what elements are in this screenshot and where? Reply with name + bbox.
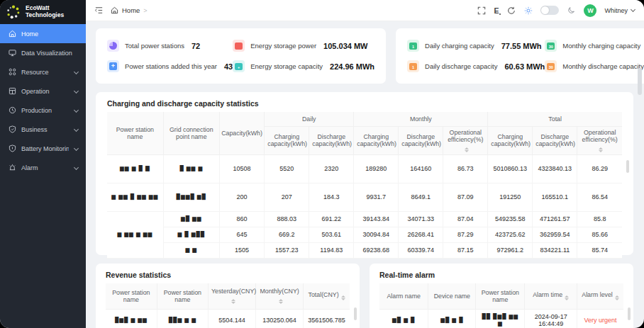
stat-label: Daily discharge capacity	[425, 62, 497, 70]
sort-icon[interactable]	[279, 299, 283, 304]
capacity-statistics-card: Charging and discharge capacity statisti…	[96, 92, 633, 255]
sort-icon[interactable]	[615, 295, 619, 300]
user-menu[interactable]: Whitney	[604, 7, 635, 14]
sidebar-item-label: Business	[21, 126, 69, 133]
page-scrollbar-thumb[interactable]	[638, 68, 642, 95]
stat-value: 43	[224, 62, 233, 71]
alarm-table-title: Real-time alarm	[379, 271, 623, 279]
cell: 87.15	[443, 242, 488, 258]
sidebar: EcoWattTechnologies Home Data Visualizat…	[0, 0, 86, 328]
home-icon	[111, 6, 118, 14]
cell: 691.22	[309, 211, 354, 227]
col-power-station-name-1: Power station name	[106, 283, 157, 309]
sidebar-item-resource[interactable]: Resource	[0, 62, 86, 81]
battery-capacity-icon: +	[233, 60, 245, 72]
cell: 2320	[309, 154, 354, 183]
cell-station-name: ██ █▆█ ▆▆ ▆	[476, 309, 525, 328]
cell-grid-point: █ ▆▆ ▆	[163, 154, 219, 183]
col-total-charging: Charging capacity(kWh)	[488, 126, 533, 154]
table-row: ▆█ ▆ █ ▆█ ▆ █ ██ █▆█ ▆▆ ▆ 2024-09-17 16:…	[379, 309, 623, 328]
col-device-name: Device name	[428, 283, 476, 309]
col-capacity: Capacity(kWh)	[219, 112, 264, 154]
cell: 1557.23	[265, 242, 309, 258]
stat-label: Energy storage power	[250, 42, 316, 50]
cell-station-name: ██▆ ▆ ▆	[157, 309, 208, 328]
sidebar-item-data-visualization[interactable]: Data Visualization	[0, 43, 86, 62]
shield-check-icon	[9, 145, 16, 152]
breadcrumb-home: Home	[122, 6, 140, 14]
revenue-statistics-card: Revenue statistics Power station name Po…	[96, 264, 360, 328]
cell: 834221.11	[533, 242, 577, 258]
col-total-discharge: Discharge capacity(kWh)	[533, 126, 577, 154]
avatar[interactable]: W	[584, 4, 596, 17]
top-header: Home > E W Whitney	[86, 0, 644, 21]
cell: 87.29	[443, 227, 488, 242]
cell: 26268.41	[399, 227, 443, 242]
shield-icon	[9, 125, 16, 133]
col-total-efficiency: Operational efficiency(%)	[577, 126, 622, 154]
col-label: Total(CNY)	[309, 291, 339, 298]
cell: 503.61	[309, 227, 354, 242]
table-row: ▆ ▆▆ ▆ ▆▆ ▆█ ▆▆ 860 888.03 691.22 39143.…	[107, 211, 622, 227]
chevron-down-icon	[74, 146, 79, 151]
sidebar-item-production[interactable]: Production	[0, 101, 86, 120]
cell: 200	[219, 183, 264, 211]
table-scrollbar[interactable]	[628, 307, 631, 320]
language-switch[interactable]: E	[494, 6, 499, 15]
table-scrollbar[interactable]	[354, 307, 357, 320]
home-icon	[9, 30, 16, 38]
cell: 191250	[488, 183, 533, 211]
theme-toggle[interactable]	[540, 6, 559, 15]
fullscreen-icon[interactable]	[477, 6, 486, 15]
sidebar-item-label: Operation	[21, 88, 69, 95]
sort-icon[interactable]	[465, 147, 469, 152]
sort-icon[interactable]	[599, 147, 603, 152]
sort-icon[interactable]	[231, 299, 235, 304]
col-monthly-charging: Charging capacity(kWh)	[354, 126, 399, 154]
cell: 184.3	[309, 183, 354, 211]
col-grid-connection-point: Grid connection point name	[163, 112, 219, 154]
add-station-icon	[107, 60, 119, 72]
sidebar-item-alarm[interactable]: Alarm	[0, 158, 86, 177]
battery-power-icon	[233, 40, 245, 52]
cell-alarm-time: 2024-09-17 16:44:49	[525, 309, 577, 328]
refresh-icon[interactable]	[506, 6, 516, 15]
sidebar-item-label: Battery Monitoring	[21, 145, 69, 152]
chevron-down-icon	[74, 108, 79, 113]
sidebar-item-label: Home	[21, 30, 79, 38]
stat-label: Monthly discharge capacity	[562, 62, 644, 70]
col-power-station-name: Power station name	[476, 283, 525, 309]
sidebar-item-battery-monitoring[interactable]: Battery Monitoring	[0, 139, 86, 158]
cell-station-name: ▆ ▆▆ ▆ ▆▆	[107, 211, 163, 258]
header-actions: E W Whitney	[477, 4, 635, 17]
cell-grid-point: ▆ █ ▆██	[163, 227, 219, 242]
cell: 423725.62	[488, 227, 533, 242]
table-scrollbar[interactable]	[626, 160, 629, 173]
col-label: Alarm level	[582, 291, 613, 298]
sidebar-collapse-icon[interactable]	[94, 6, 104, 15]
cell: 4323840.13	[533, 154, 577, 183]
station-stats-card: Total power stations 72 Energy storage p…	[96, 28, 386, 84]
stat-monthly-charging: 30 Monthly charging capacity 3.55 GWh	[545, 40, 644, 52]
cell: 860	[219, 211, 264, 227]
cell: 645	[219, 227, 264, 242]
stat-energy-storage-power: Energy storage power 105.034 MW	[233, 40, 374, 52]
chevron-down-icon	[631, 8, 635, 13]
light-mode-icon	[523, 6, 533, 15]
sidebar-item-business[interactable]: Business	[0, 120, 86, 139]
sort-icon[interactable]	[565, 295, 569, 300]
cell: 5010860.13	[488, 154, 533, 183]
table-row: ▆ █ ▆██ 645 669.2 503.61 30094.84 26268.…	[107, 227, 622, 242]
monitor-icon	[9, 49, 16, 57]
col-yesterday: Yesterday(CNY)	[208, 283, 255, 309]
alarm-table: Alarm name Device name Power station nam…	[379, 283, 623, 328]
breadcrumb[interactable]: Home >	[111, 6, 148, 14]
calendar-month-charge-icon: 30	[545, 40, 557, 52]
col-group-daily: Daily	[265, 112, 354, 126]
sort-icon[interactable]	[341, 295, 345, 300]
cell: 10508	[219, 154, 264, 183]
sidebar-item-operation[interactable]: Operation	[0, 81, 86, 101]
sidebar-item-home[interactable]: Home	[0, 24, 86, 43]
stat-daily-charging: 1 Daily charging capacity 77.55 MWh	[407, 40, 545, 52]
brand-logo: EcoWattTechnologies	[0, 0, 86, 24]
